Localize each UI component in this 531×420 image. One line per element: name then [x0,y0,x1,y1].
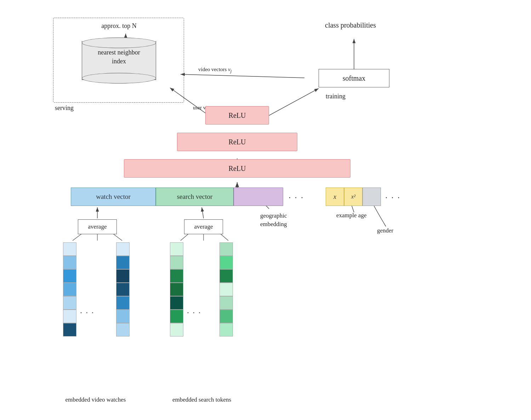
relu-box-2: ReLU [177,133,297,151]
video-col-dots: · · · [80,308,95,317]
embedded-video-watches-label: embedded video watches [50,396,142,403]
emb-search-col-1 [170,242,183,336]
x-cell: x [326,188,344,206]
svg-line-6 [181,74,304,78]
nn-index-container: approx. top N nearest neighborindex [53,18,184,103]
feature-dots-1: · · · [289,192,304,202]
search-vector-box: search vector [156,188,234,206]
diagram-container: approx. top N nearest neighborindex serv… [0,0,531,420]
example-age-label: example age [336,212,366,219]
video-vectors-label: video vectors vj [198,67,232,74]
svg-line-11 [202,207,204,218]
gender-label: gender [377,227,393,234]
emb-search-col-2 [219,242,233,336]
emb-video-col-1 [63,242,76,336]
embedded-search-tokens-label: embedded search tokens [156,396,248,403]
feature-dots-2: · · · [385,192,400,202]
class-probabilities-label: class probabilities [297,21,404,29]
serving-label: serving [55,104,74,112]
purple-feature-box [234,188,283,206]
watch-average-box: average [78,219,117,234]
gray-cell [362,188,381,206]
relu-box-1: ReLU [205,106,269,125]
softmax-box: softmax [319,69,389,87]
emb-video-col-2 [116,242,130,336]
nn-index-label: nearest neighborindex [82,48,156,66]
geographic-embedding-label: geographicembedding [260,212,287,229]
search-average-box: average [184,219,223,234]
search-col-dots: · · · [187,308,201,317]
watch-vector-box: watch vector [71,188,156,206]
approx-top-n-label: approx. top N [53,22,184,30]
training-label: training [326,93,346,100]
x2-cell: x² [344,188,362,206]
relu-box-3: ReLU [124,159,350,178]
